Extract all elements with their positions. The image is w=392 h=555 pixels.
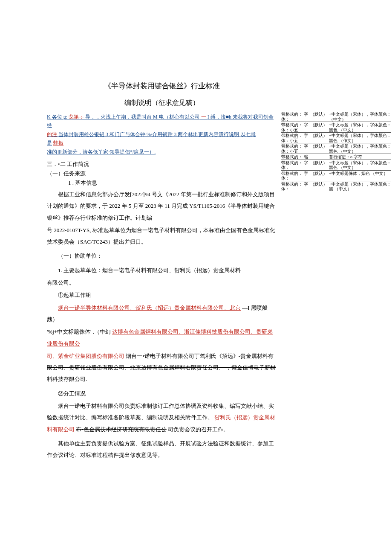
section-work-overview: 三．•二 工作简况 — [47, 160, 277, 168]
sub-basic-info: 1 . 基本信息 — [47, 179, 277, 187]
track-change-comments: 带格式的： 字体： （默认） +中文标题（宋体），字体颜色： （中文） 带格式的… — [281, 111, 391, 192]
comment-default: （默认） — [310, 182, 329, 192]
para-div-1-tail: 司负责会议的召开工作。 — [168, 426, 229, 433]
comment-detail: 首行缩进：o 字符 — [329, 154, 391, 160]
para-main-draft-units-2: 有限公司。 — [47, 277, 277, 288]
comment-label: 带格式的： 字体：小五 — [281, 133, 310, 143]
comment-label: 带格式的： 字体： — [281, 112, 310, 122]
doc-title-1: 《半导体封装用键合银丝》行业标准 — [47, 81, 277, 91]
comment-row: 带格式的： 字体： （默认） +中文标题（宋体），字体颜色：黑 （中文） — [281, 181, 391, 192]
comment-detail: +中文标题（宋体），字体颜色：黑色 （中文） — [329, 160, 391, 170]
sub-work-group: ①起草工作组 — [47, 289, 277, 301]
comment-detail: +中文标题（宋体），字体颜色：黑色 （中文） — [329, 122, 391, 132]
comment-detail: +中文标题（宋体），字体颜色：黑 （中文） — [329, 182, 391, 192]
comment-default: （默认） — [310, 133, 329, 143]
comment-detail: +中文标题（宋体），字体颜色：黑色 （中文） — [329, 144, 391, 154]
rev-line-3: 是 蛙振 — [47, 139, 277, 147]
rev-line-2: 的注 当体封装用雄公银铝 3 和门广与体会钟·%/介用钢跆 3 两个林出更新内容… — [47, 130, 277, 139]
comment-label: 带格式的： 字体： — [281, 182, 310, 192]
sub-assist-units: （一）协助单位： — [47, 250, 277, 262]
doc-title-2: 编制说明（征求意见稿） — [47, 99, 277, 108]
rev-text: 当体封装用雄公银铝 3 和门广与体会钟·%/介用钢跆 3 两个林出更新内容漬行说… — [58, 131, 239, 137]
comment-row: 带格式的： 字体： （默认） +中文标题（宋体），字体颜色：黑色 （中文） — [281, 160, 391, 170]
comment-label: 带格式的： 字体： — [281, 171, 310, 181]
comment-default — [310, 154, 329, 160]
group-pre: '%j+中文标题侏体' .（中幻 — [47, 328, 111, 335]
comment-default: （默认） — [310, 122, 329, 132]
rev-red: 一 — [201, 114, 206, 120]
comment-row: 带格式的： 字体： （默认） +中文标题侏体，姻色 （中文） — [281, 170, 391, 181]
comment-row: 带格式的： 字体： （默认） +中文标题（宋体），字体颜色： （中文） — [281, 111, 391, 122]
comment-default: （默认） — [310, 160, 329, 170]
comment-row: 带格式的： 字体：小五 （默认） +中文标题（宋体），字体颜色：黑色 （中文） — [281, 143, 391, 154]
rev-line-1: K 各位 g: 戈第： 导，，火浅上午期，我是叫台 M 电（材心有以公司 一 I… — [47, 113, 277, 130]
comment-label: 带格式的： 字体： — [281, 160, 310, 170]
comment-label: 带格式的： 字体：小五 — [281, 144, 310, 154]
comment-default: （默认） — [310, 171, 329, 181]
rev-line-4: 准的更新部分，请各低丫家·领导提倡*/廉见一）. — [47, 148, 277, 156]
para-basic-1: 根据工业和信息化部办公厅发[2022]94 号文《2022 年第一批行业标准制修… — [47, 189, 277, 224]
comment-default: （默认） — [310, 112, 329, 122]
rev-red: 蛙振 — [53, 140, 63, 146]
group-red-insert: 烟台一诺半导体材料有限公司、贺利氏（招远）贵金属材料有限公司、北京 — [58, 305, 241, 311]
sub-division: ②分工情况 — [47, 388, 277, 399]
comment-label: 带格式的： 字体：小五 — [281, 122, 310, 132]
group-line-2: '%j+中文标题侏体' .（中幻 达博有色金属焊料有限公司、浙江佳博科技股份有限… — [47, 326, 277, 349]
rev-red: 的注 — [47, 131, 57, 137]
revision-block: K 各位 g: 戈第： 导，，火浅上午期，我是叫台 M 电（材心有以公司 一 I… — [47, 113, 277, 156]
para-div-2: 其他单位主要负责提供试验方案、征集试验样品、开展试验方法验证和数据统计、参加工作… — [47, 438, 277, 461]
comment-row: 带格式的： 字体：小五 （默认） +中文标题（宋体），字体颜色：黑色 （中文） — [281, 122, 391, 132]
rev-blue: 是 — [47, 140, 52, 146]
rev-text: 导，，火浅上午期，我是叫台 M 电（材心有以公司 — [85, 114, 200, 120]
comment-row: 带格式的： 缩 首行缩进：o 字符 — [281, 154, 391, 160]
rev-text: K 各位 g: — [47, 114, 67, 120]
group-line-1: 烟台一诺半导体材料有限公司、贺利氏（招远）贵金属材料有限公司、北京 —I 黑喷般… — [47, 302, 277, 325]
para-main-draft-units: 1. 主要起草单位：烟台一诺电子材料有限公司、贺利氏（招远）贵金属材料 — [47, 264, 277, 276]
comment-default: （默认） — [310, 144, 329, 154]
para-div-1: 烟台一诺电子材料有限公司负责标准制修订工作总体协调及资料收集、编写文献小结、实验… — [47, 400, 277, 435]
group-strike-1: 司、紫金矿业集团股份有限公司 — [47, 353, 124, 359]
rev-red: 戈第： — [69, 114, 84, 120]
sub-task-source: （一）任务来源 — [47, 170, 277, 177]
comment-row: 带格式的： 字体：小五 （默认） +中文标题（宋体），字体颜色：黑色 （伸文） — [281, 132, 391, 143]
comment-detail: +中文标题（宋体），字体颜色： （中文） — [329, 112, 391, 122]
para-div-1-strike: 布•色金属技术经济研究院有限责任公 — [76, 426, 167, 433]
comment-label: 带格式的： 缩 — [281, 154, 310, 160]
para-basic-2: 号 2022-0107T-YS, 标准起草单位为烟台一诺电子材料有限公司，本标准… — [47, 224, 277, 248]
comment-detail: +中文标题（宋体），字体颜色：黑色 （伸文） — [329, 133, 391, 143]
comment-detail: +中文标题侏体，姻色 （中文） — [329, 171, 391, 181]
rev-trail: 以七就 — [240, 131, 256, 137]
group-strike-line: 司、紫金矿业集团股份有限公司 烟台一•诺电子材料有限公司丁驾利氏《招远》-贵金属… — [47, 350, 277, 385]
